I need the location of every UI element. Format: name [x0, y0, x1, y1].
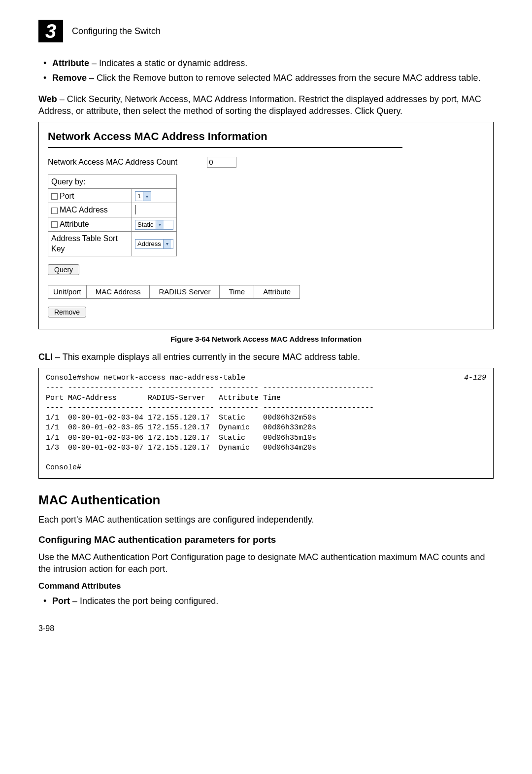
figure-panel: Network Access MAC Address Information N…	[38, 122, 494, 329]
port-row-label-cell: Port	[48, 189, 132, 203]
col-unitport: Unit/port	[48, 285, 87, 299]
query-button[interactable]: Query	[48, 264, 79, 275]
term: Port	[52, 596, 70, 606]
desc: – Indicates a static or dynamic address.	[89, 58, 247, 68]
figure-caption: Figure 3-64 Network Access MAC Address I…	[38, 334, 494, 344]
attribute-row-label-cell: Attribute	[48, 217, 132, 231]
top-bullet-list: Attribute – Indicates a static or dynami…	[38, 57, 494, 84]
cli-page-ref: 4-129	[464, 373, 486, 383]
mac-auth-intro: Each port's MAC authentication settings …	[38, 514, 494, 526]
cli-line-1: Console#show network-access mac-address-…	[46, 374, 245, 382]
desc: – Indicates the port being configured.	[70, 596, 218, 606]
page-header: 3 Configuring the Switch	[38, 20, 494, 42]
term: CLI	[38, 352, 53, 362]
attribute-select-value: Static	[135, 220, 156, 229]
mac-row-label-cell: MAC Address	[48, 203, 132, 217]
result-table: Unit/port MAC Address RADIUS Server Time…	[48, 285, 300, 299]
subsection-title: Configuring MAC authentication parameter…	[38, 533, 494, 546]
sortkey-value-cell: Address ▾	[132, 231, 177, 256]
bullet-remove: Remove – Click the Remove button to remo…	[52, 72, 494, 84]
attribute-value-cell: Static ▾	[132, 217, 177, 231]
cli-output-box: 4-129Console#show network-access mac-add…	[38, 368, 494, 479]
cli-line-7: 1/1 00-00-01-02-03-06 172.155.120.17 Sta…	[46, 434, 316, 442]
term: Remove	[52, 73, 87, 83]
attribute-label: Attribute	[60, 220, 89, 228]
port-value-cell: 1 ▾	[132, 189, 177, 203]
cli-line-2: ---- ----------------- --------------- -…	[46, 384, 374, 392]
desc: – Click Security, Network Access, MAC Ad…	[38, 94, 481, 116]
command-attributes-list: Port – Indicates the port being configur…	[38, 595, 494, 607]
col-mac: MAC Address	[86, 285, 150, 299]
sortkey-label-cell: Address Table Sort Key	[48, 231, 132, 256]
cli-paragraph: CLI – This example displays all entries …	[38, 351, 494, 363]
chevron-down-icon: ▾	[143, 192, 151, 201]
desc: – This example displays all entries curr…	[53, 352, 360, 362]
col-radius: RADIUS Server	[150, 285, 220, 299]
attribute-checkbox[interactable]	[51, 221, 58, 228]
term: Attribute	[52, 58, 89, 68]
mac-address-input[interactable]	[135, 205, 136, 214]
port-checkbox[interactable]	[51, 193, 58, 200]
figure-title: Network Access MAC Address Information	[48, 129, 484, 144]
page-number: 3-98	[38, 623, 494, 634]
cli-line-5: 1/1 00-00-01-02-03-04 172.155.120.17 Sta…	[46, 414, 316, 422]
cli-line-10: Console#	[46, 463, 81, 472]
attribute-select[interactable]: Static ▾	[135, 220, 173, 230]
col-time: Time	[220, 285, 254, 299]
remove-button[interactable]: Remove	[48, 307, 86, 317]
cli-line-3: Port MAC-Address RADIUS-Server Attribute…	[46, 394, 281, 402]
col-attribute: Attribute	[254, 285, 300, 299]
chevron-down-icon: ▾	[163, 240, 171, 248]
command-attributes-title: Command Attributes	[38, 581, 494, 592]
mac-count-row: Network Access MAC Address Count	[48, 157, 484, 168]
query-by-header: Query by:	[48, 175, 177, 189]
port-select[interactable]: 1 ▾	[135, 191, 151, 201]
term: Web	[38, 94, 57, 104]
sortkey-select[interactable]: Address ▾	[135, 239, 173, 249]
mac-count-input[interactable]	[207, 157, 236, 168]
cli-line-8: 1/3 00-00-01-02-03-07 172.155.120.17 Dyn…	[46, 444, 316, 452]
port-select-value: 1	[135, 192, 143, 201]
sortkey-select-value: Address	[135, 240, 163, 248]
mac-count-label: Network Access MAC Address Count	[48, 157, 177, 168]
bullet-attribute: Attribute – Indicates a static or dynami…	[52, 57, 494, 69]
cli-line-4: ---- ----------------- --------------- -…	[46, 404, 374, 412]
chevron-down-icon: ▾	[156, 220, 164, 229]
mac-label: MAC Address	[60, 206, 108, 214]
mac-checkbox[interactable]	[51, 208, 58, 214]
subsection-desc: Use the MAC Authentication Port Configur…	[38, 551, 494, 575]
query-by-table: Query by: Port 1 ▾ MAC Address Attribute	[48, 175, 177, 256]
cli-line-6: 1/1 00-00-01-02-03-05 172.155.120.17 Dyn…	[46, 423, 316, 432]
chapter-title: Configuring the Switch	[72, 25, 161, 37]
chapter-number-badge: 3	[38, 20, 63, 42]
mac-value-cell	[132, 203, 177, 217]
bullet-port: Port – Indicates the port being configur…	[52, 595, 494, 607]
section-title-mac-auth: MAC Authentication	[38, 492, 494, 509]
desc: – Click the Remove button to remove sele…	[87, 73, 480, 83]
web-paragraph: Web – Click Security, Network Access, MA…	[38, 93, 494, 117]
port-label: Port	[60, 192, 74, 200]
figure-divider	[48, 147, 402, 148]
